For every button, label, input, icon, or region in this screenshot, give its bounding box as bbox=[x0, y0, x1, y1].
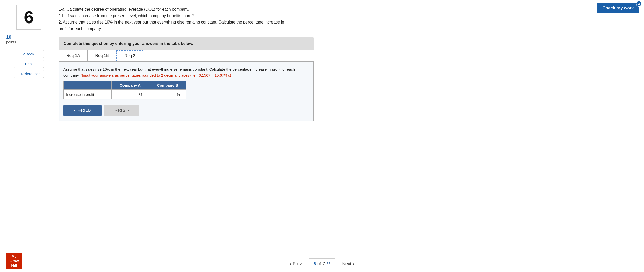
tab-desc-red: (Input your answers as percentages round… bbox=[81, 73, 231, 77]
company-b-input[interactable] bbox=[151, 91, 176, 98]
next-arrow-icon: › bbox=[353, 261, 354, 266]
question-line-3: 2. Assume that sales rise 10% in the nex… bbox=[59, 19, 291, 32]
tab-req2-label: Req 2 bbox=[125, 54, 135, 58]
tab-req1a-label: Req 1A bbox=[66, 53, 80, 58]
page-wrapper: Check my work 3 6 10 points eBook Print … bbox=[0, 0, 644, 272]
of-label: of bbox=[317, 261, 321, 266]
back-req1b-button[interactable]: ‹ Req 1B bbox=[63, 105, 102, 116]
check-my-work-label: Check my work bbox=[602, 6, 634, 10]
footer: Mc Graw Hill ‹ Prev 6 of 7 ☷ Next › bbox=[0, 254, 644, 272]
complete-box-text: Complete this question by entering your … bbox=[64, 41, 193, 46]
back-chevron-icon: ‹ bbox=[74, 108, 75, 113]
points-label: points bbox=[6, 40, 16, 44]
footer-nav: ‹ Prev 6 of 7 ☷ Next › bbox=[283, 258, 361, 269]
right-content: 1-a. Calculate the degree of operating l… bbox=[59, 5, 638, 254]
table-header-company-a: Company A bbox=[112, 81, 149, 90]
tab-req1b[interactable]: Req 1B bbox=[87, 50, 116, 61]
tab-req1a[interactable]: Req 1A bbox=[59, 50, 88, 61]
logo-graw: Graw bbox=[9, 259, 19, 263]
logo-hill: Hill bbox=[11, 263, 17, 268]
company-a-input-group: % bbox=[113, 91, 147, 98]
ebook-button[interactable]: eBook bbox=[14, 50, 44, 58]
points-number: 10 bbox=[6, 34, 16, 40]
sidebar-buttons: eBook Print References bbox=[6, 50, 52, 78]
question-number: 6 bbox=[24, 7, 34, 27]
prev-label: Prev bbox=[293, 261, 302, 266]
tab-content-area: Assume that sales rise 10% in the next y… bbox=[59, 62, 314, 121]
row-label: Increase in profit bbox=[64, 90, 112, 99]
question-text: 1-a. Calculate the degree of operating l… bbox=[59, 6, 291, 32]
check-my-work-button[interactable]: Check my work 3 bbox=[597, 3, 639, 13]
complete-box: Complete this question by entering your … bbox=[59, 37, 314, 50]
company-b-input-cell: % bbox=[149, 90, 186, 99]
next-btn-label: Req 2 bbox=[115, 108, 126, 113]
company-a-input[interactable] bbox=[113, 91, 138, 98]
company-b-pct: % bbox=[177, 92, 180, 97]
question-number-box: 6 bbox=[16, 5, 41, 30]
next-req2-button[interactable]: Req 2 › bbox=[104, 105, 139, 116]
references-button[interactable]: References bbox=[14, 70, 44, 78]
company-b-input-group: % bbox=[151, 91, 185, 98]
table-nav-buttons: ‹ Req 1B Req 2 › bbox=[63, 105, 309, 116]
total-pages: 7 bbox=[323, 261, 325, 266]
table-header-company-b: Company B bbox=[149, 81, 186, 90]
current-page-num: 6 bbox=[313, 261, 316, 266]
logo-mc: Mc bbox=[12, 254, 17, 259]
next-button[interactable]: Next › bbox=[335, 259, 362, 269]
table-header-empty bbox=[64, 81, 112, 90]
prev-button[interactable]: ‹ Prev bbox=[283, 259, 309, 269]
left-sidebar: 6 10 points eBook Print References bbox=[6, 5, 52, 254]
back-btn-label: Req 1B bbox=[77, 108, 91, 113]
top-right-area: Check my work 3 bbox=[597, 3, 639, 13]
tab-req1b-label: Req 1B bbox=[95, 53, 109, 58]
badge: 3 bbox=[636, 1, 642, 7]
next-chevron-icon: › bbox=[127, 108, 129, 113]
points-section: 10 points bbox=[6, 34, 16, 44]
mcgraw-hill-logo: Mc Graw Hill bbox=[6, 253, 22, 269]
grid-icon[interactable]: ☷ bbox=[327, 261, 331, 267]
company-a-input-cell: % bbox=[112, 90, 149, 99]
question-line-1: 1-a. Calculate the degree of operating l… bbox=[59, 6, 291, 13]
prev-chevron-icon: ‹ bbox=[290, 261, 291, 266]
company-a-pct: % bbox=[139, 92, 142, 97]
tab-req2[interactable]: Req 2 bbox=[116, 50, 143, 61]
question-line-2: 1-b. If sales increase from the present … bbox=[59, 13, 291, 19]
next-label: Next bbox=[342, 261, 351, 266]
main-content: 6 10 points eBook Print References 1-a. … bbox=[0, 0, 644, 254]
tabs-container: Req 1A Req 1B Req 2 bbox=[59, 50, 314, 62]
tab-description: Assume that sales rise 10% in the next y… bbox=[63, 66, 309, 78]
data-table: Company A Company B Increase in profit % bbox=[63, 81, 186, 99]
print-button[interactable]: Print bbox=[14, 60, 44, 68]
footer-page-indicator: 6 of 7 ☷ bbox=[309, 258, 335, 269]
footer-logo: Mc Graw Hill bbox=[6, 253, 22, 269]
table-row: Increase in profit % % bbox=[64, 90, 186, 99]
